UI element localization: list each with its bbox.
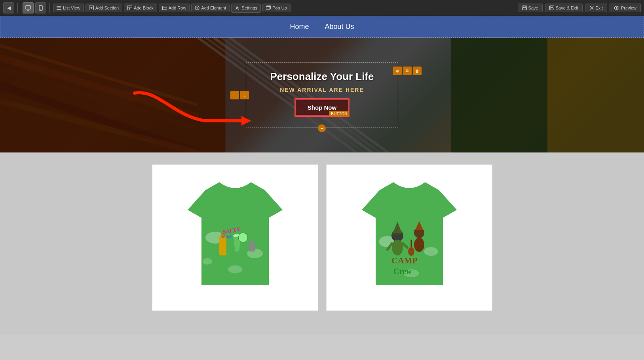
annotation-arrow [127, 85, 261, 145]
add-row-label: Add Row [169, 6, 186, 10]
exit-button[interactable]: Exit [585, 4, 607, 12]
svg-point-19 [237, 7, 238, 9]
exit-label: Exit [596, 6, 603, 10]
toolbar-right-actions: Save Save & Exit Exit Preview [518, 4, 641, 12]
svg-rect-12 [128, 8, 130, 10]
products-grid: SALTY Vibes [152, 160, 492, 315]
view-toggle-group [23, 2, 46, 13]
svg-rect-14 [162, 6, 167, 8]
nav-link-about[interactable]: About Us [325, 23, 354, 31]
add-element-label: Add Element [201, 6, 226, 10]
element-move-button[interactable]: ⊕ [393, 67, 402, 75]
svg-text:CAMP: CAMP [391, 255, 418, 265]
preview-button[interactable]: Preview [610, 4, 641, 12]
mobile-view-button[interactable] [35, 2, 46, 13]
hero-section: ↑ ↓ ⊕ ⧉ 🗑 Personalize Your Life NEW ARRI… [0, 38, 644, 152]
popup-button[interactable]: Pop Up [262, 4, 291, 12]
desktop-view-button[interactable] [23, 2, 34, 13]
list-view-button[interactable]: List View [53, 4, 84, 12]
element-controls: ⊕ ⧉ 🗑 [393, 67, 422, 75]
svg-text:Crew: Crew [393, 267, 412, 276]
nav-link-home[interactable]: Home [290, 23, 309, 31]
add-block-label: Add Block [134, 6, 154, 10]
add-block-button[interactable]: Add Block [124, 4, 157, 12]
settings-button[interactable]: Settings [231, 4, 261, 13]
svg-rect-58 [249, 242, 255, 251]
svg-point-55 [238, 233, 248, 242]
add-row-button[interactable]: Add Row [159, 4, 190, 12]
svg-point-71 [414, 238, 424, 252]
save-label: Save [528, 6, 538, 10]
svg-point-60 [424, 247, 438, 256]
add-section-label: Add Section [95, 6, 119, 10]
preview-label: Preview [621, 6, 636, 10]
popup-label: Pop Up [272, 6, 287, 10]
svg-rect-15 [162, 8, 167, 10]
add-element-button[interactable]: Add Element [191, 4, 230, 12]
button-type-label: BUTTON [329, 111, 349, 116]
svg-rect-70 [414, 230, 424, 232]
toolbar-separator-2 [49, 3, 50, 13]
svg-rect-26 [550, 8, 553, 10]
svg-marker-46 [241, 116, 251, 126]
svg-rect-64 [392, 233, 403, 235]
navigation-bar: Home About Us [0, 16, 644, 38]
svg-rect-13 [130, 8, 132, 10]
svg-rect-11 [128, 6, 132, 8]
svg-rect-23 [523, 8, 526, 10]
list-view-label: List View [63, 6, 80, 10]
back-button[interactable]: ◀ [3, 2, 14, 13]
save-exit-button[interactable]: Save & Exit [545, 4, 583, 12]
add-section-button[interactable]: Add Section [85, 4, 122, 12]
svg-point-50 [203, 258, 212, 265]
save-exit-label: Save & Exit [556, 6, 578, 10]
svg-rect-0 [26, 6, 30, 9]
add-element-plus-button[interactable]: + [318, 124, 326, 132]
page-content: Home About Us [0, 16, 644, 335]
save-button[interactable]: Save [518, 4, 543, 12]
settings-label: Settings [241, 6, 257, 10]
svg-rect-22 [523, 6, 526, 8]
svg-rect-20 [266, 7, 270, 10]
svg-point-30 [616, 7, 617, 9]
element-copy-button[interactable]: ⧉ [403, 67, 412, 75]
tshirt-1: SALTY Vibes [176, 170, 294, 305]
svg-rect-25 [551, 6, 553, 8]
product-card-1[interactable]: SALTY Vibes [152, 164, 318, 311]
svg-point-4 [40, 9, 41, 10]
products-section: SALTY Vibes [0, 152, 644, 335]
product-card-2[interactable]: CAMP Crew [326, 164, 492, 311]
toolbar: ◀ List View Add Section Add Block Add Ro… [0, 0, 644, 16]
hero-inner-box: ↑ ↓ ⊕ ⧉ 🗑 Personalize Your Life NEW ARRI… [246, 62, 398, 128]
toolbar-separator-1 [17, 3, 18, 13]
hero-title: Personalize Your Life [270, 70, 374, 83]
hero-subtitle: NEW ARRIVAL ARE HERE [270, 87, 374, 93]
element-delete-button[interactable]: 🗑 [413, 67, 422, 75]
svg-point-72 [408, 247, 414, 256]
hero-content: ↑ ↓ ⊕ ⧉ 🗑 Personalize Your Life NEW ARRI… [0, 38, 644, 152]
svg-point-65 [392, 240, 403, 255]
svg-point-49 [228, 265, 242, 273]
tshirt-2: CAMP Crew [350, 170, 469, 305]
